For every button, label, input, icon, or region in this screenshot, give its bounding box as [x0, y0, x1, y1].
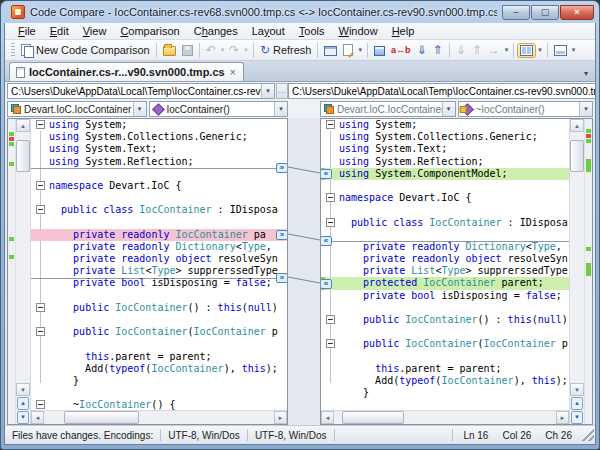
copy-change-button[interactable]: »: [276, 230, 287, 240]
code-line[interactable]: ~IocContainer() {: [31, 399, 287, 410]
left-path-input[interactable]: C:\Users\Duke\AppData\Local\Temp\IocCont…: [7, 83, 275, 99]
two-pane-layout-button[interactable]: [517, 43, 536, 58]
scroll-thumb[interactable]: [570, 140, 584, 172]
code-line[interactable]: public IocContainer() : this(null): [321, 314, 569, 326]
code-line[interactable]: this.parent = parent;: [321, 363, 569, 375]
code-line[interactable]: using System;: [31, 119, 287, 131]
redo-dropdown[interactable]: ▾: [242, 46, 250, 54]
menu-changes[interactable]: Changes: [187, 24, 245, 38]
scroll-left-icon[interactable]: ◄: [321, 411, 334, 424]
right-horizontal-scrollbar[interactable]: ◄ ►: [321, 410, 569, 424]
scroll-thumb[interactable]: [342, 411, 404, 424]
scroll-up-icon[interactable]: ▲: [16, 119, 30, 132]
code-line[interactable]: using System.Text;: [321, 143, 569, 155]
toolbar-grip[interactable]: [11, 43, 15, 57]
code-line[interactable]: [321, 302, 569, 314]
code-line[interactable]: using System.Collections.Generic;: [321, 131, 569, 143]
word-compare-button[interactable]: a↔b: [388, 44, 414, 56]
left-member-combo[interactable]: IocContainer() ▾: [149, 101, 289, 117]
next-change-nav-button[interactable]: ▼: [17, 411, 29, 424]
copy-change-button[interactable]: «: [321, 236, 332, 246]
title-bar[interactable]: Code Compare - IocContainer.cs-rev68.svn…: [4, 1, 596, 23]
code-line[interactable]: public IocContainer(IocContainer p: [321, 338, 569, 350]
code-line[interactable]: [321, 204, 569, 216]
code-line[interactable]: namespace Devart.IoC {: [321, 192, 569, 204]
code-line[interactable]: using System.Reflection;: [321, 156, 569, 168]
save-button[interactable]: [179, 44, 196, 57]
left-diff-map[interactable]: [8, 119, 16, 424]
code-line[interactable]: public IocContainer(IocContainer p: [31, 326, 287, 338]
right-scope-dropdown[interactable]: ▾: [442, 102, 455, 116]
code-line[interactable]: Add(typeof(IocContainer), this);: [321, 375, 569, 387]
minimize-button[interactable]: ‒: [502, 5, 530, 20]
code-line[interactable]: private readonly IocContainer pa: [31, 229, 287, 241]
left-vertical-scrollbar[interactable]: ▲ ▼ ▲ ▼: [16, 119, 31, 424]
scroll-down-icon[interactable]: ▼: [16, 383, 30, 396]
scroll-left-icon[interactable]: ◄: [31, 411, 44, 424]
code-line[interactable]: this.parent = parent;: [31, 351, 287, 363]
code-line[interactable]: using System.ComponentModel;: [321, 168, 569, 180]
code-line[interactable]: private readonly object resolveSyn: [31, 253, 287, 265]
code-line[interactable]: [31, 387, 287, 399]
menu-window[interactable]: Window: [331, 24, 384, 38]
left-browse-button[interactable]: …: [276, 83, 288, 99]
next-change-button[interactable]: ⇓: [414, 43, 430, 57]
code-line[interactable]: private List<Type> supprerssedType: [321, 265, 569, 277]
menu-tools[interactable]: Tools: [292, 24, 332, 38]
code-line[interactable]: [31, 314, 287, 326]
fold-toggle-icon[interactable]: [36, 400, 45, 409]
scroll-thumb[interactable]: [16, 140, 30, 172]
fold-toggle-icon[interactable]: [36, 181, 45, 190]
swap-panes-button[interactable]: [321, 44, 340, 57]
code-line[interactable]: [31, 290, 287, 302]
refresh-button[interactable]: ↻ Refresh: [257, 43, 315, 57]
code-line[interactable]: private bool isDisposing = false;: [31, 277, 287, 289]
code-line[interactable]: [321, 326, 569, 338]
maximize-button[interactable]: ▢: [531, 5, 559, 20]
code-line[interactable]: public class IocContainer : IDisposa: [321, 217, 569, 229]
scroll-right-icon[interactable]: ►: [556, 411, 569, 424]
code-line[interactable]: namespace Devart.IoC {: [31, 180, 287, 192]
code-line[interactable]: using System.Collections.Generic;: [31, 131, 287, 143]
code-line[interactable]: [31, 338, 287, 350]
new-code-comparison-button[interactable]: New Code Comparison: [18, 43, 153, 57]
copy-all-button[interactable]: →: [485, 43, 503, 57]
code-line[interactable]: }: [31, 375, 287, 387]
fold-toggle-icon[interactable]: [326, 315, 335, 324]
right-scope-combo[interactable]: Devart.IoC.IocContainer ▾: [320, 101, 456, 117]
fold-toggle-icon[interactable]: [326, 193, 335, 202]
right-vertical-scrollbar[interactable]: ▲ ▼ ▲ ▼: [569, 119, 584, 424]
code-line[interactable]: [321, 399, 569, 410]
redo-button[interactable]: ↷: [226, 43, 242, 57]
code-line[interactable]: public class IocContainer : IDisposa: [31, 204, 287, 216]
left-member-dropdown[interactable]: ▾: [274, 102, 287, 116]
code-line[interactable]: [321, 351, 569, 363]
fold-toggle-icon[interactable]: [326, 120, 335, 129]
right-path-input[interactable]: C:\Users\Duke\AppData\Local\Temp\IocCont…: [288, 83, 596, 99]
menu-layout[interactable]: Layout: [245, 24, 292, 38]
copy-change-button[interactable]: »: [276, 163, 287, 173]
code-line[interactable]: private bool isDisposing = false;: [321, 290, 569, 302]
scroll-thumb[interactable]: [64, 411, 139, 424]
open-button[interactable]: [160, 43, 179, 57]
scroll-down-icon[interactable]: ▼: [570, 383, 584, 396]
menu-help[interactable]: Help: [385, 24, 422, 38]
edit-file-button[interactable]: [340, 43, 356, 57]
code-line[interactable]: [31, 168, 287, 180]
scroll-right-icon[interactable]: ►: [274, 411, 287, 424]
code-line[interactable]: using System.Text;: [31, 143, 287, 155]
fold-toggle-icon[interactable]: [36, 303, 45, 312]
copy-change-button[interactable]: «: [321, 169, 332, 179]
result-panel-dropdown[interactable]: ▾: [570, 46, 578, 54]
code-line[interactable]: protected IocContainer parent;: [321, 277, 569, 289]
copy-change-button[interactable]: «: [321, 279, 332, 289]
code-line[interactable]: using System.Reflection;: [31, 156, 287, 168]
result-panel-button[interactable]: [551, 44, 570, 57]
left-scope-combo[interactable]: Devart.IoC.IocContainer ▾: [7, 101, 147, 117]
resize-grip[interactable]: [582, 429, 594, 441]
fold-toggle-icon[interactable]: [326, 218, 335, 227]
right-member-combo[interactable]: ~IocContainer() ▾: [458, 101, 594, 117]
menu-edit[interactable]: Edit: [43, 24, 76, 38]
prev-change-nav-button[interactable]: ▲: [571, 397, 583, 410]
code-line[interactable]: [321, 180, 569, 192]
